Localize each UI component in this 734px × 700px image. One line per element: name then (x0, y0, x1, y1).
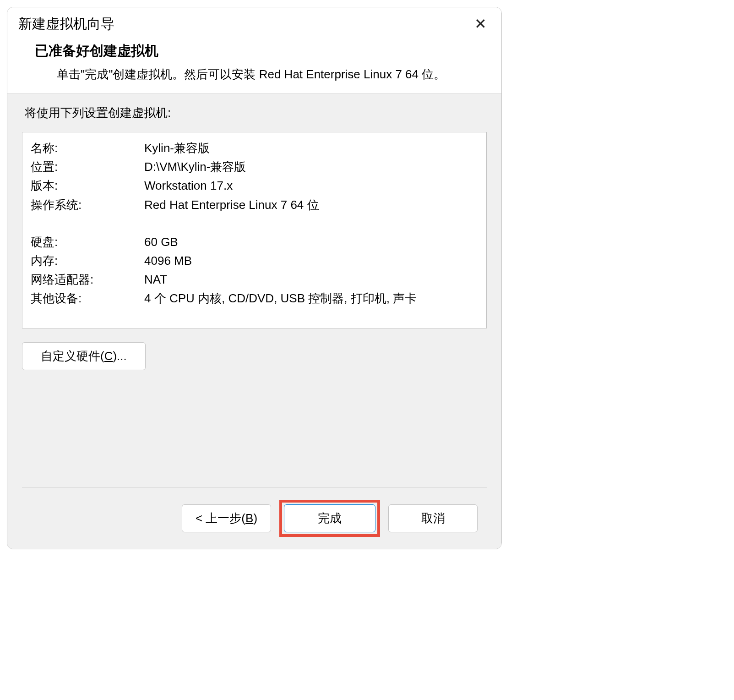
settings-summary-box: 名称: Kylin-兼容版 位置: D:\VM\Kylin-兼容版 版本: Wo… (22, 132, 487, 328)
footer-buttons: < 上一步(B) 完成 取消 (22, 487, 487, 549)
setting-row-disk: 硬盘: 60 GB (31, 233, 478, 252)
finish-button-highlight: 完成 (279, 500, 380, 537)
setting-value: NAT (144, 270, 478, 289)
body-section: 将使用下列设置创建虚拟机: 名称: Kylin-兼容版 位置: D:\VM\Ky… (7, 94, 501, 549)
setting-label: 名称: (31, 139, 144, 158)
setting-label: 其他设备: (31, 289, 144, 308)
setting-value: 4 个 CPU 内核, CD/DVD, USB 控制器, 打印机, 声卡 (144, 289, 478, 308)
setting-row-name: 名称: Kylin-兼容版 (31, 139, 478, 158)
header-section: 已准备好创建虚拟机 单击"完成"创建虚拟机。然后可以安装 Red Hat Ent… (7, 36, 501, 94)
setting-value: D:\VM\Kylin-兼容版 (144, 158, 478, 176)
setting-label: 网络适配器: (31, 270, 144, 289)
setting-row-location: 位置: D:\VM\Kylin-兼容版 (31, 158, 478, 176)
new-vm-wizard-dialog: 新建虚拟机向导 ✕ 已准备好创建虚拟机 单击"完成"创建虚拟机。然后可以安装 R… (7, 7, 502, 549)
title-bar: 新建虚拟机向导 ✕ (7, 7, 501, 36)
setting-label: 内存: (31, 252, 144, 270)
setting-label: 硬盘: (31, 233, 144, 252)
header-subtitle: 单击"完成"创建虚拟机。然后可以安装 Red Hat Enterprise Li… (57, 65, 460, 83)
cancel-button[interactable]: 取消 (388, 504, 478, 532)
setting-row-os: 操作系统: Red Hat Enterprise Linux 7 64 位 (31, 196, 478, 214)
setting-label: 位置: (31, 158, 144, 176)
setting-value: Kylin-兼容版 (144, 139, 478, 158)
setting-row-version: 版本: Workstation 17.x (31, 176, 478, 195)
setting-value: 4096 MB (144, 252, 478, 270)
setting-row-network: 网络适配器: NAT (31, 270, 478, 289)
setting-value: Workstation 17.x (144, 176, 478, 195)
settings-intro: 将使用下列设置创建虚拟机: (25, 105, 487, 121)
setting-label: 操作系统: (31, 196, 144, 214)
close-icon[interactable]: ✕ (471, 15, 490, 33)
setting-value: 60 GB (144, 233, 478, 252)
setting-label: 版本: (31, 176, 144, 195)
setting-row-memory: 内存: 4096 MB (31, 252, 478, 270)
setting-value: Red Hat Enterprise Linux 7 64 位 (144, 196, 478, 214)
dialog-title: 新建虚拟机向导 (18, 15, 114, 33)
back-button[interactable]: < 上一步(B) (182, 504, 271, 532)
customize-hardware-button[interactable]: 自定义硬件(C)... (22, 342, 146, 370)
header-title: 已准备好创建虚拟机 (35, 42, 474, 60)
setting-row-other: 其他设备: 4 个 CPU 内核, CD/DVD, USB 控制器, 打印机, … (31, 289, 478, 308)
finish-button[interactable]: 完成 (284, 504, 375, 532)
